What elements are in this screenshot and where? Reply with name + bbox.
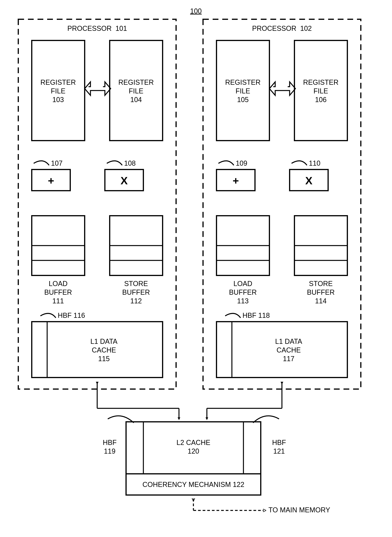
- multiply-icon: X: [121, 175, 128, 187]
- hbf-119-num: 119: [104, 447, 116, 455]
- store-buffer-114: STORE BUFFER 114: [294, 216, 347, 305]
- load-buffer-113: LOAD BUFFER 113: [216, 216, 269, 305]
- to-main-memory-connector: TO MAIN MEMORY: [193, 499, 330, 514]
- svg-text:120: 120: [188, 447, 199, 455]
- processor-title-prefix: PROCESSOR: [252, 24, 296, 32]
- svg-text:FILE: FILE: [51, 87, 65, 95]
- svg-text:104: 104: [130, 96, 142, 104]
- svg-text:TO MAIN MEMORY: TO MAIN MEMORY: [268, 506, 330, 514]
- svg-text:L1 DATA: L1 DATA: [90, 337, 118, 345]
- svg-text:REGISTER: REGISTER: [225, 78, 261, 86]
- register-file-106: REGISTER FILE 106: [294, 40, 347, 141]
- adder-107: 107 +: [32, 159, 70, 191]
- processor-101: PROCESSOR 101 REGISTER FILE 103 REGISTER…: [18, 19, 176, 389]
- svg-text:117: 117: [283, 355, 294, 363]
- connector-l1-l2-left: [97, 382, 179, 418]
- svg-text:109: 109: [236, 159, 247, 167]
- svg-text:COHERENCY MECHANISM 122: COHERENCY MECHANISM 122: [142, 480, 244, 489]
- svg-text:111: 111: [52, 297, 64, 305]
- svg-text:PROCESSOR  102: PROCESSOR 102: [252, 24, 312, 32]
- l1-cache-117: HBF 118 L1 DATA CACHE 117: [216, 311, 347, 378]
- svg-text:107: 107: [51, 159, 63, 167]
- register-file-104: REGISTER FILE 104: [110, 40, 163, 141]
- svg-text:L1 DATA: L1 DATA: [275, 337, 302, 345]
- svg-text:LOAD: LOAD: [233, 280, 252, 288]
- svg-text:115: 115: [98, 355, 110, 363]
- plus-icon: +: [48, 175, 54, 187]
- svg-text:113: 113: [237, 297, 249, 305]
- processor-title-num: 102: [300, 24, 312, 32]
- svg-text:FILE: FILE: [129, 87, 143, 95]
- store-buffer-112: STORE BUFFER 112: [110, 216, 163, 305]
- svg-text:110: 110: [309, 159, 320, 167]
- bidir-arrow-icon: [85, 82, 111, 95]
- bidir-arrow-icon: [269, 82, 295, 95]
- svg-text:BUFFER: BUFFER: [307, 288, 335, 296]
- processor-102: PROCESSOR 102 REGISTER FILE 105 REGISTER…: [203, 19, 361, 389]
- svg-text:FILE: FILE: [313, 87, 328, 95]
- svg-text:112: 112: [130, 297, 142, 305]
- register-file-103: REGISTER FILE 103: [32, 40, 85, 141]
- hbf-121-num: 121: [273, 447, 285, 455]
- multiplier-110: 110 X: [290, 159, 328, 191]
- svg-text:REGISTER: REGISTER: [303, 78, 339, 86]
- l2-cache-120: L2 CACHE 120: [126, 422, 261, 474]
- svg-text:CACHE: CACHE: [276, 346, 301, 354]
- hbf-121-label: HBF: [272, 439, 286, 447]
- adder-109: 109 +: [216, 159, 255, 191]
- svg-text:PROCESSOR  101: PROCESSOR 101: [67, 24, 127, 32]
- svg-text:FILE: FILE: [236, 87, 250, 95]
- load-buffer-111: LOAD BUFFER 111: [32, 216, 85, 305]
- hbf-119-label: HBF: [103, 439, 117, 447]
- svg-text:BUFFER: BUFFER: [229, 288, 257, 296]
- svg-text:106: 106: [315, 96, 327, 104]
- svg-text:REGISTER: REGISTER: [118, 78, 154, 86]
- svg-rect-32: [203, 19, 361, 389]
- svg-text:BUFFER: BUFFER: [44, 288, 72, 296]
- svg-text:STORE: STORE: [309, 280, 332, 288]
- svg-text:HBF 118: HBF 118: [243, 311, 270, 319]
- svg-text:LOAD: LOAD: [49, 280, 68, 288]
- svg-text:105: 105: [237, 96, 249, 104]
- svg-text:103: 103: [52, 96, 64, 104]
- connector-l1-l2-right: [207, 382, 282, 418]
- multiply-icon: X: [305, 175, 312, 187]
- svg-rect-0: [18, 19, 176, 389]
- coherency-mechanism-122: COHERENCY MECHANISM 122: [126, 474, 261, 495]
- l1-cache-115: HBF 116 L1 DATA CACHE 115: [32, 311, 163, 378]
- processor-title-num: 101: [116, 24, 127, 32]
- svg-text:114: 114: [315, 297, 327, 305]
- processor-title-prefix: PROCESSOR: [67, 24, 112, 32]
- svg-text:L2 CACHE: L2 CACHE: [177, 439, 210, 447]
- svg-text:REGISTER: REGISTER: [40, 78, 76, 86]
- svg-text:HBF 116: HBF 116: [58, 311, 85, 319]
- multiplier-108: 108 X: [105, 159, 143, 191]
- svg-text:BUFFER: BUFFER: [122, 288, 150, 296]
- figure-number: 100: [190, 7, 202, 15]
- svg-text:STORE: STORE: [124, 280, 148, 288]
- plus-icon: +: [233, 175, 239, 187]
- svg-text:108: 108: [124, 159, 136, 167]
- svg-text:CACHE: CACHE: [92, 346, 116, 354]
- register-file-105: REGISTER FILE 105: [216, 40, 269, 141]
